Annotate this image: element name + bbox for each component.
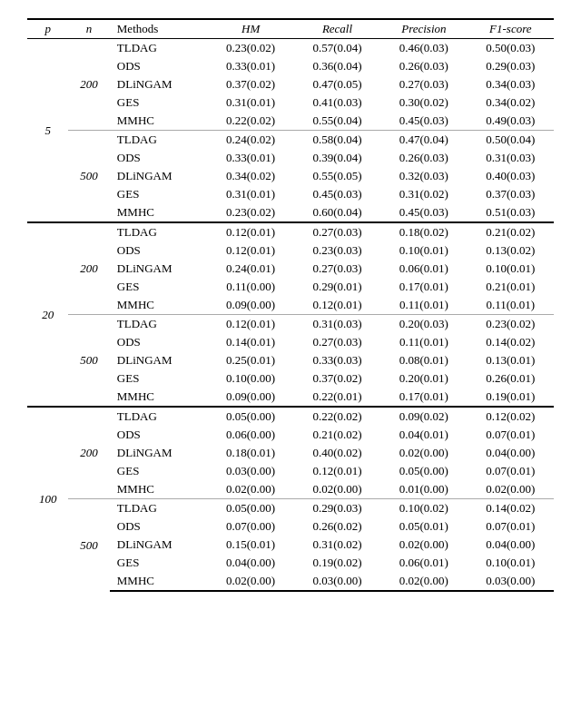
table-body: 5200TLDAG0.23(0.02)0.57(0.04)0.46(0.03)0… <box>27 39 554 592</box>
method-name: MMHC <box>110 112 208 131</box>
col-n: n <box>68 19 109 39</box>
recall-value: 0.22(0.01) <box>294 388 380 407</box>
precision-value: 0.08(0.01) <box>380 351 467 369</box>
f1-value: 0.12(0.02) <box>468 407 554 426</box>
f1-value: 0.07(0.01) <box>468 462 554 480</box>
col-methods: Methods <box>110 19 208 39</box>
f1-value: 0.50(0.04) <box>468 131 554 150</box>
f1-value: 0.04(0.00) <box>468 444 554 462</box>
table-row: 500TLDAG0.24(0.02)0.58(0.04)0.47(0.04)0.… <box>27 131 554 150</box>
method-name: TLDAG <box>110 131 208 150</box>
recall-value: 0.55(0.05) <box>294 167 380 185</box>
recall-value: 0.29(0.01) <box>294 278 380 296</box>
precision-value: 0.06(0.01) <box>380 260 467 278</box>
hm-value: 0.12(0.01) <box>207 241 293 260</box>
precision-value: 0.47(0.04) <box>380 131 467 150</box>
table-row: 500TLDAG0.12(0.01)0.31(0.03)0.20(0.03)0.… <box>27 315 554 334</box>
hm-value: 0.15(0.01) <box>207 536 293 554</box>
hm-value: 0.09(0.00) <box>207 296 293 315</box>
hm-value: 0.11(0.00) <box>207 278 293 296</box>
p-value: 5 <box>27 39 68 223</box>
method-name: DLiNGAM <box>110 444 208 462</box>
hm-value: 0.02(0.00) <box>207 572 293 591</box>
hm-value: 0.09(0.00) <box>207 388 293 407</box>
f1-value: 0.14(0.02) <box>468 499 554 518</box>
p-value: 100 <box>27 407 68 591</box>
f1-value: 0.21(0.01) <box>468 278 554 296</box>
precision-value: 0.17(0.01) <box>380 388 467 407</box>
recall-value: 0.12(0.01) <box>294 462 380 480</box>
table-header: p n Methods HM Recall Precision F1-score <box>27 19 554 39</box>
f1-value: 0.40(0.03) <box>468 167 554 185</box>
precision-value: 0.02(0.00) <box>380 536 467 554</box>
precision-value: 0.11(0.01) <box>380 296 467 315</box>
precision-value: 0.10(0.02) <box>380 499 467 518</box>
hm-value: 0.37(0.02) <box>207 75 293 93</box>
hm-value: 0.14(0.01) <box>207 333 293 351</box>
hm-value: 0.24(0.01) <box>207 260 293 278</box>
col-p: p <box>27 19 68 39</box>
hm-value: 0.12(0.01) <box>207 222 293 241</box>
f1-value: 0.04(0.00) <box>468 536 554 554</box>
precision-value: 0.01(0.00) <box>380 480 467 499</box>
method-name: MMHC <box>110 296 208 315</box>
method-name: TLDAG <box>110 222 208 241</box>
recall-value: 0.40(0.02) <box>294 444 380 462</box>
hm-value: 0.33(0.01) <box>207 149 293 167</box>
hm-value: 0.24(0.02) <box>207 131 293 150</box>
precision-value: 0.02(0.00) <box>380 444 467 462</box>
method-name: TLDAG <box>110 39 208 58</box>
method-name: ODS <box>110 333 208 351</box>
method-name: ODS <box>110 149 208 167</box>
precision-value: 0.32(0.03) <box>380 167 467 185</box>
method-name: GES <box>110 93 208 112</box>
hm-value: 0.06(0.00) <box>207 426 293 444</box>
precision-value: 0.31(0.02) <box>380 185 467 203</box>
precision-value: 0.10(0.01) <box>380 241 467 260</box>
precision-value: 0.20(0.03) <box>380 315 467 334</box>
hm-value: 0.23(0.02) <box>207 39 293 58</box>
col-recall: Recall <box>294 19 380 39</box>
recall-value: 0.23(0.03) <box>294 241 380 260</box>
f1-value: 0.29(0.03) <box>468 57 554 75</box>
n-value: 500 <box>68 315 109 408</box>
f1-value: 0.21(0.02) <box>468 222 554 241</box>
hm-value: 0.04(0.00) <box>207 554 293 572</box>
recall-value: 0.39(0.04) <box>294 149 380 167</box>
method-name: ODS <box>110 426 208 444</box>
hm-value: 0.05(0.00) <box>207 499 293 518</box>
hm-value: 0.05(0.00) <box>207 407 293 426</box>
n-value: 500 <box>68 499 109 592</box>
table-row: 5200TLDAG0.23(0.02)0.57(0.04)0.46(0.03)0… <box>27 39 554 58</box>
hm-value: 0.10(0.00) <box>207 369 293 388</box>
method-name: DLiNGAM <box>110 260 208 278</box>
precision-value: 0.45(0.03) <box>380 203 467 222</box>
recall-value: 0.41(0.03) <box>294 93 380 112</box>
recall-value: 0.45(0.03) <box>294 185 380 203</box>
method-name: ODS <box>110 241 208 260</box>
f1-value: 0.34(0.02) <box>468 93 554 112</box>
recall-value: 0.37(0.02) <box>294 369 380 388</box>
recall-value: 0.26(0.02) <box>294 517 380 536</box>
n-value: 500 <box>68 131 109 223</box>
recall-value: 0.21(0.02) <box>294 426 380 444</box>
f1-value: 0.23(0.02) <box>468 315 554 334</box>
recall-value: 0.02(0.00) <box>294 480 380 499</box>
hm-value: 0.34(0.02) <box>207 167 293 185</box>
hm-value: 0.07(0.00) <box>207 517 293 536</box>
hm-value: 0.18(0.01) <box>207 444 293 462</box>
hm-value: 0.31(0.01) <box>207 93 293 112</box>
method-name: ODS <box>110 517 208 536</box>
method-name: DLiNGAM <box>110 536 208 554</box>
hm-value: 0.33(0.01) <box>207 57 293 75</box>
method-name: GES <box>110 369 208 388</box>
hm-value: 0.12(0.01) <box>207 315 293 334</box>
f1-value: 0.37(0.03) <box>468 185 554 203</box>
method-name: MMHC <box>110 480 208 499</box>
recall-value: 0.58(0.04) <box>294 131 380 150</box>
recall-value: 0.47(0.05) <box>294 75 380 93</box>
recall-value: 0.27(0.03) <box>294 333 380 351</box>
n-value: 200 <box>68 39 109 131</box>
table-row: 100200TLDAG0.05(0.00)0.22(0.02)0.09(0.02… <box>27 407 554 426</box>
precision-value: 0.27(0.03) <box>380 75 467 93</box>
